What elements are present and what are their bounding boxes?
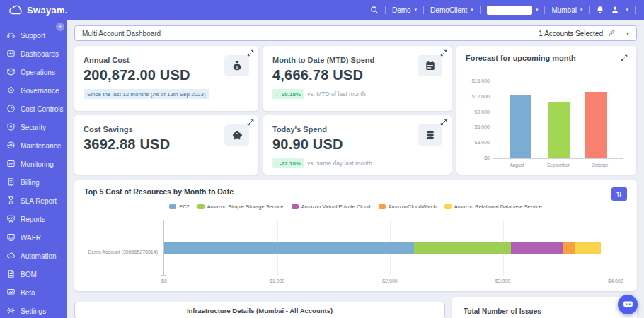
page-header: Multi Account Dashboard 1 Accounts Selec… [74,25,637,41]
selector-label: Demo [392,6,411,14]
x-tick-label: $1,000 [270,278,284,283]
legend-label: EC2 [179,204,190,210]
sidebar-item-reports[interactable]: Reports [0,210,67,228]
sidebar-item-label: Dashboards [21,50,59,58]
sidebar-item-sla-report[interactable]: SLA Report [0,192,67,210]
context-selector-demo[interactable]: Demo▾ [392,6,417,14]
bar-segment-amazon-relational-database-service[interactable] [575,242,601,254]
stacked-bar [164,242,616,254]
brand-logo[interactable]: Swayam. [8,5,68,16]
divider [423,6,424,14]
y-tick-label: $3,000 [475,140,490,145]
delta-row: ↓ -72.78% vs. same day last month [272,158,442,168]
accounts-selected-label: 1 Accounts Selected [539,30,603,37]
headset-icon [6,30,16,41]
accounts-caret-icon[interactable]: ▾ [626,30,629,37]
user-menu-caret[interactable]: ▾ [626,7,628,13]
document-icon [6,269,16,280]
sidebar-item-cost-controls[interactable]: Cost Controls [0,100,67,118]
bell-icon[interactable] [596,6,604,14]
sidebar-item-billing[interactable]: Billing [0,173,67,192]
legend-item-amazon-simple-storage-service[interactable]: Amazon Simple Storage Service [197,204,284,210]
forecast-bar-september[interactable] [548,102,570,158]
bar-segment-amazon-simple-storage-service[interactable] [414,242,510,254]
presentation-icon [6,288,16,298]
sidebar-item-beta[interactable]: Beta [0,283,67,302]
divider [621,29,621,37]
sidebar-item-monitoring[interactable]: Monitoring [0,155,67,173]
divider [385,6,386,14]
annual-cost-card: Annual Cost 200,872.00 USD Since the las… [74,46,258,111]
sidebar-item-security[interactable]: Security [0,118,67,136]
card-value: 90.90 USD [272,136,442,153]
receipt-icon [6,177,16,188]
todays-spend-card: Today's Spend 90.90 USD ↓ -72.78% vs. sa… [263,115,452,175]
forecast-title: Forecast for upcoming month [466,54,627,62]
legend-swatch [169,204,176,209]
brand-name: Swayam. [27,5,68,16]
context-selector-democlient[interactable]: DemoClient▾ [430,6,473,14]
masked-selector-value [487,6,532,15]
kpi-grid: Annual Cost 200,872.00 USD Since the las… [74,46,637,175]
sidebar-item-automation[interactable]: Automation [0,247,67,265]
legend-label: AmazonCloudWatch [389,204,437,210]
divider [589,6,590,14]
divider [635,6,636,14]
legend-item-amazoncloudwatch[interactable]: AmazonCloudWatch [379,204,437,210]
forecast-bar-october[interactable] [585,92,607,158]
card-value: 4,666.78 USD [272,67,442,83]
bottom-row: Infrastructure Details (Mumbai - All Acc… [74,297,637,318]
x-tick-label: $2,000 [382,278,397,283]
legend-swatch [292,204,299,209]
sort-arrows-icon[interactable] [611,187,627,201]
hourglass-icon [6,196,16,206]
expand-icon[interactable] [621,54,628,61]
bar-segment-amazoncloudwatch[interactable] [563,242,576,254]
legend-item-amazon-virtual-private-cloud[interactable]: Amazon Virtual Private Cloud [292,204,371,210]
forecast-bar-august[interactable] [510,95,531,158]
sidebar-item-bom[interactable]: BOM [0,265,67,283]
accounts-selector[interactable]: 1 Accounts Selected ▾ [539,29,629,38]
sidebar-item-dashboards[interactable]: Dashboards [0,45,67,63]
legend-item-amazon-relational-database-service[interactable]: Amazon Relational Database Service [444,204,542,210]
bar-segment-amazon-virtual-private-cloud[interactable] [511,242,563,254]
chat-button[interactable] [618,295,638,314]
sidebar-item-governance[interactable]: Governance [0,81,67,100]
sidebar-item-settings[interactable]: Settings [0,302,67,318]
y-tick-label: $12,000 [472,94,490,99]
user-icon[interactable] [611,6,619,14]
y-tick-label: $9,000 [475,110,490,114]
sidebar-item-label: Automation [21,252,57,260]
delta-note: vs. MTD of last month [307,90,366,98]
chart-legend: EC2Amazon Simple Storage ServiceAmazon V… [84,204,627,210]
chart-monitor-icon [6,159,16,170]
infrastructure-details-tab[interactable]: Infrastructure Details (Mumbai - All Acc… [74,302,445,318]
delta-row: ↓ -20.18% vs. MTD of last month [272,89,442,99]
sidebar-collapse-button[interactable]: + [56,23,64,31]
calendar-icon [418,55,442,76]
sidebar-item-operations[interactable]: Operations [0,63,67,81]
forecast-plot-area: $0$3,000$6,000$9,000$12,000$15,000 [493,81,623,159]
issues-title: Total Number of Issues [464,307,626,315]
search-icon[interactable] [370,6,379,14]
context-selector-mumbai[interactable]: Mumbai▾ [551,6,582,14]
top5-title: Top 5 Cost of Resources by Month to Date [84,187,234,196]
selector-label: Mumbai [551,6,577,14]
sidebar-item-wafr[interactable]: WAFR [0,228,67,247]
sidebar-nav: SupportDashboardsOperationsGovernanceCos… [0,26,67,318]
legend-item-ec2[interactable]: EC2 [169,204,190,210]
sidebar: + SupportDashboardsOperationsGovernanceC… [0,20,67,318]
mtd-spend-card: Month to Date (MTD) Spend 4,666.78 USD ↓… [263,46,452,111]
money-bag-icon: $ [224,55,249,76]
delta-badge: ↓ -20.18% [272,89,304,99]
main-content: Multi Account Dashboard 1 Accounts Selec… [67,20,644,318]
sidebar-item-maintenance[interactable]: Maintenance [0,136,67,155]
monitor-bars-icon [6,232,16,243]
sidebar-item-label: Billing [21,179,40,187]
context-selector-masked[interactable]: ▾ [487,6,539,15]
gridline [616,220,616,276]
top5-resources-section: Top 5 Cost of Resources by Month to Date… [74,180,637,291]
bar-segment-ec2[interactable] [164,242,414,254]
pencil-icon[interactable] [608,29,616,38]
stacked-bar-chart: Demo Account (398665278814) $0$1,000$2,0… [84,217,616,287]
